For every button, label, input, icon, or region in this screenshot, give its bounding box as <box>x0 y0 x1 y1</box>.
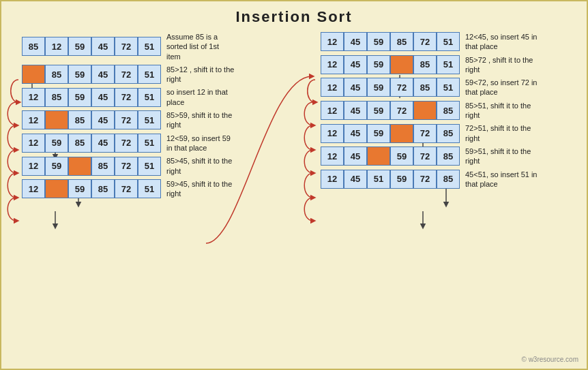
cell-4-3: 45 <box>91 134 115 153</box>
cell-right-3-1: 45 <box>344 101 367 120</box>
cell-right-2-3: 72 <box>390 78 413 97</box>
cell-right-5-3: 59 <box>390 147 413 166</box>
cell-6-1 <box>45 179 68 198</box>
row-label-5: 85>45, shift it to the right <box>166 156 235 176</box>
row-label-right-4: 72>51, shift it to the right <box>465 123 540 143</box>
cell-2-0: 12 <box>22 88 45 107</box>
cell-4-5: 51 <box>138 134 161 153</box>
row-label-right-3: 85>51, shift it to the right <box>465 101 540 121</box>
cell-right-2-4: 85 <box>413 78 437 97</box>
array-cells-right-5: 1245597285 <box>321 147 460 166</box>
row-label-6: 59>45, shift it to the right <box>166 179 235 199</box>
row-label-1: 85>12 , shift it to the right <box>166 65 235 84</box>
row-label-right-5: 59>51, shift it to the right <box>465 147 540 166</box>
cell-0-0: 85 <box>22 37 45 56</box>
cell-right-4-0: 12 <box>321 124 344 143</box>
cell-4-0: 12 <box>22 134 45 153</box>
row-label-3: 85>59, shift it to the right <box>166 110 235 130</box>
array-cells-right-1: 1245598551 <box>321 55 460 74</box>
cell-right-4-3 <box>390 124 413 143</box>
array-cells-1: 8559457251 <box>22 65 161 84</box>
cell-right-6-5: 85 <box>437 170 460 189</box>
cell-right-6-2: 51 <box>367 170 390 189</box>
row-label-right-0: 12<45, so insert 45 in that place <box>465 32 540 52</box>
cell-right-2-5: 51 <box>437 78 460 97</box>
cell-right-1-4: 85 <box>413 55 437 74</box>
cell-2-5: 51 <box>138 88 161 107</box>
cell-6-3: 85 <box>91 179 115 198</box>
cell-right-6-0: 12 <box>321 170 344 189</box>
row-label-2: so insert 12 in that place <box>166 87 235 107</box>
array-row-5: 124559728559>51, shift it to the right <box>307 147 588 166</box>
cell-right-6-1: 45 <box>344 170 367 189</box>
array-row-5: 125985725185>45, shift it to the right <box>8 156 295 176</box>
cell-right-2-2: 59 <box>367 78 390 97</box>
cell-3-5: 51 <box>138 110 161 129</box>
row-label-right-1: 85>72 , shift it to the right <box>465 55 540 75</box>
cell-6-2: 59 <box>68 179 91 198</box>
right-column: 12455985725112<45, so insert 45 in that … <box>307 32 588 192</box>
cell-right-3-4 <box>413 101 437 120</box>
cell-right-5-0: 12 <box>321 147 344 166</box>
cell-right-3-3: 72 <box>390 101 413 120</box>
cell-3-3: 45 <box>91 110 115 129</box>
array-cells-right-2: 124559728551 <box>321 78 460 97</box>
cell-right-4-1: 45 <box>344 124 367 143</box>
row-label-4: 12<59, so insert 59 in that place <box>166 134 235 153</box>
array-cells-right-4: 1245597285 <box>321 124 460 143</box>
array-cells-6: 1259857251 <box>22 179 161 198</box>
array-row-1: 124559855185>72 , shift it to the right <box>307 55 588 75</box>
cell-1-4: 72 <box>115 65 138 84</box>
cell-right-1-2: 59 <box>367 55 390 74</box>
array-cells-right-3: 1245597285 <box>321 101 460 120</box>
cell-2-2: 59 <box>68 88 91 107</box>
cell-2-1: 85 <box>45 88 68 107</box>
array-row-1: 855945725185>12 , shift it to the right <box>8 65 295 84</box>
cell-4-1: 59 <box>45 134 68 153</box>
cell-1-2: 59 <box>68 65 91 84</box>
cell-right-5-2 <box>367 147 390 166</box>
cell-right-4-4: 72 <box>413 124 437 143</box>
array-row-2: 12455972855159<72, so insert 72 in that … <box>307 78 588 97</box>
array-cells-3: 1285457251 <box>22 110 161 129</box>
page-title: Insertion Sort <box>8 8 580 26</box>
array-row-3: 128545725185>59, shift it to the right <box>8 110 295 130</box>
cell-right-3-0: 12 <box>321 101 344 120</box>
cell-right-2-0: 12 <box>321 78 344 97</box>
cell-right-0-3: 85 <box>390 32 413 51</box>
row-label-0: Assume 85 is a sorted list of 1st item <box>166 32 235 61</box>
row-label-right-2: 59<72, so insert 72 in that place <box>465 78 540 97</box>
cell-right-5-4: 72 <box>413 147 437 166</box>
cell-3-1 <box>45 110 68 129</box>
array-row-6: 125985725159>45, shift it to the right <box>8 179 295 199</box>
cell-6-4: 72 <box>115 179 138 198</box>
cell-right-5-5: 85 <box>437 147 460 166</box>
array-row-4: 124559728572>51, shift it to the right <box>307 123 588 143</box>
cell-3-0: 12 <box>22 110 45 129</box>
left-column: 851259457251Assume 85 is a sorted list o… <box>8 32 295 202</box>
cell-right-5-1: 45 <box>344 147 367 166</box>
cell-right-2-1: 45 <box>344 78 367 97</box>
cell-right-0-1: 45 <box>344 32 367 51</box>
cell-right-3-2: 59 <box>367 101 390 120</box>
row-label-right-6: 45<51, so insert 51 in that place <box>465 170 540 189</box>
cell-5-2 <box>68 157 91 176</box>
cell-5-4: 72 <box>115 157 138 176</box>
cell-right-4-5: 85 <box>437 124 460 143</box>
cell-right-4-2: 59 <box>367 124 390 143</box>
array-cells-0: 851259457251 <box>22 37 161 56</box>
cell-5-1: 59 <box>45 157 68 176</box>
cell-4-4: 72 <box>115 134 138 153</box>
array-cells-4: 125985457251 <box>22 134 161 153</box>
cell-right-1-0: 12 <box>321 55 344 74</box>
cell-1-0 <box>22 65 45 84</box>
array-row-3: 124559728585>51, shift it to the right <box>307 101 588 121</box>
cell-0-2: 59 <box>68 37 91 56</box>
cell-right-0-5: 51 <box>437 32 460 51</box>
cell-3-2: 85 <box>68 110 91 129</box>
array-row-2: 128559457251so insert 12 in that place <box>8 87 295 107</box>
cell-right-6-3: 59 <box>390 170 413 189</box>
array-row-0: 12455985725112<45, so insert 45 in that … <box>307 32 588 52</box>
array-cells-right-0: 124559857251 <box>321 32 460 51</box>
main-container: Insertion Sort <box>0 0 588 370</box>
